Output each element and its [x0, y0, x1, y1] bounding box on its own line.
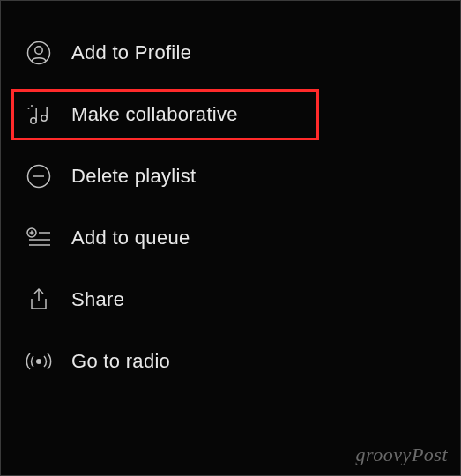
context-menu: Add to Profile Make collaborative Delete…	[1, 1, 460, 413]
svg-point-5	[28, 108, 30, 109]
music-note-icon	[26, 101, 52, 128]
queue-add-icon	[26, 225, 52, 251]
menu-item-label: Delete playlist	[71, 165, 196, 188]
svg-point-14	[36, 359, 41, 364]
menu-item-label: Go to radio	[71, 350, 170, 373]
svg-point-4	[31, 105, 33, 107]
menu-item-go-to-radio[interactable]: Go to radio	[1, 331, 460, 392]
svg-point-3	[41, 115, 47, 121]
radio-icon	[26, 348, 52, 375]
svg-point-2	[31, 118, 36, 123]
menu-item-label: Add to queue	[71, 227, 190, 249]
menu-item-label: Add to Profile	[71, 41, 191, 64]
menu-item-delete-playlist[interactable]: Delete playlist	[1, 145, 460, 207]
menu-item-label: Share	[71, 288, 124, 311]
svg-point-1	[35, 47, 42, 54]
person-icon	[26, 40, 52, 66]
menu-item-add-to-profile[interactable]: Add to Profile	[1, 22, 460, 84]
menu-item-share[interactable]: Share	[1, 269, 460, 331]
menu-item-make-collaborative[interactable]: Make collaborative	[1, 84, 460, 145]
share-icon	[26, 286, 52, 313]
minus-circle-icon	[26, 163, 52, 190]
menu-item-label: Make collaborative	[71, 103, 238, 126]
watermark: groovyPost	[356, 443, 448, 466]
svg-point-0	[28, 42, 50, 64]
menu-item-add-to-queue[interactable]: Add to queue	[1, 207, 460, 269]
